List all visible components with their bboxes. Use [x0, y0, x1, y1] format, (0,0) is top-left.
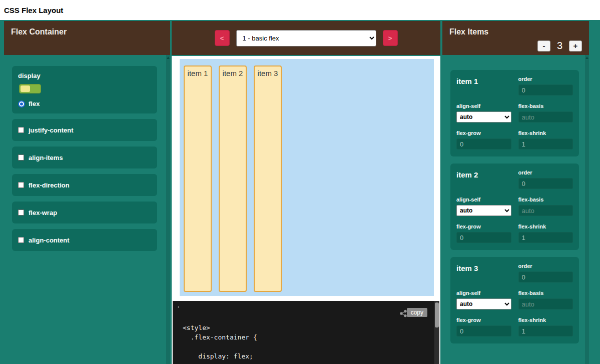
main-layout: Flex Container display flex justify-cont…: [0, 21, 600, 364]
item-2-order-input[interactable]: [518, 178, 573, 189]
item-2-flex-grow-input[interactable]: [456, 232, 511, 243]
next-example-button[interactable]: >: [383, 30, 398, 46]
item-2-flex-basis-input[interactable]: [518, 205, 573, 216]
code-line: display: flex;: [183, 352, 429, 361]
flex-direction-label: flex-direction: [29, 182, 70, 189]
item-1-order-field: order: [518, 76, 573, 96]
property-panel-flex-direction[interactable]: flex-direction: [12, 174, 157, 196]
item-1-flex-shrink-field: flex-shrink: [518, 130, 573, 150]
item-3-flex-grow-input[interactable]: [456, 326, 511, 336]
item-2-align-self-select[interactable]: auto: [456, 205, 511, 216]
item-2-flex-shrink-field: flex-shrink: [518, 224, 573, 243]
item-1-flex-basis-field: flex-basis: [518, 103, 573, 122]
flex-shrink-label: flex-shrink: [518, 224, 573, 230]
item-1-panel: item 1 order align-self auto flex-basis: [450, 70, 579, 156]
example-selector-header: < 1 - basic flex >: [172, 21, 440, 55]
property-panel-justify-content[interactable]: justify-content: [12, 119, 157, 141]
justify-content-checkbox[interactable]: [18, 127, 24, 133]
preview-item-1: item 1: [184, 66, 212, 292]
item-3-flex-shrink-input[interactable]: [518, 326, 573, 336]
flex-container-header: Flex Container: [4, 21, 170, 55]
share-icon[interactable]: [399, 310, 407, 318]
flex-items-list: item 1 order align-self auto flex-basis: [442, 55, 589, 344]
order-label: order: [518, 76, 573, 82]
property-panel-align-content[interactable]: align-content: [12, 229, 157, 251]
align-self-label: align-self: [456, 103, 511, 110]
item-1-name: item 1: [456, 77, 511, 86]
flex-basis-label: flex-basis: [518, 103, 573, 110]
flex-shrink-label: flex-shrink: [518, 130, 573, 136]
preview-item-3: item 3: [254, 66, 282, 292]
flex-basis-label: flex-basis: [518, 290, 573, 296]
increase-items-button[interactable]: +: [569, 40, 582, 52]
flex-grow-label: flex-grow: [456, 317, 511, 324]
property-panel-flex-wrap[interactable]: flex-wrap: [12, 202, 157, 224]
flex-container-column: Flex Container display flex justify-cont…: [4, 21, 170, 364]
copy-button[interactable]: copy: [407, 308, 427, 317]
item-count-controls: - 3 +: [537, 40, 582, 52]
radio-dot: [20, 102, 23, 106]
flex-items-column: Flex Items - 3 + item 1 order align-self: [442, 21, 589, 364]
code-line: [183, 342, 429, 352]
item-3-flex-shrink-field: flex-shrink: [518, 317, 573, 336]
display-toggle[interactable]: [19, 84, 41, 94]
preview-body: item 1 item 2 item 3 .: [172, 56, 440, 364]
item-3-align-self-select[interactable]: auto: [456, 298, 511, 310]
preview-item-2-label: item 2: [223, 69, 243, 78]
code-panel: . copy <style> .flex-container {: [173, 301, 439, 364]
item-3-flex-basis-input[interactable]: [518, 298, 573, 310]
property-panel-align-items[interactable]: align-items: [12, 146, 157, 168]
item-2-align-self-field: align-self auto: [456, 196, 511, 216]
item-2-flex-basis-field: flex-basis: [518, 196, 573, 216]
display-flex-radio-row: flex: [18, 100, 151, 108]
item-1-flex-grow-input[interactable]: [456, 138, 511, 150]
flex-container-preview: item 1 item 2 item 3: [180, 59, 434, 296]
item-1-order-input[interactable]: [518, 84, 573, 96]
item-1-flex-basis-input[interactable]: [518, 112, 573, 122]
item-3-order-field: order: [518, 263, 573, 282]
code-line: .flex-container {: [183, 332, 429, 342]
item-3-align-self-field: align-self auto: [456, 290, 511, 310]
flex-grow-label: flex-grow: [456, 224, 511, 230]
item-2-flex-grow-field: flex-grow: [456, 224, 511, 243]
align-items-checkbox[interactable]: [18, 154, 24, 160]
item-2-name: item 2: [456, 170, 511, 179]
example-select[interactable]: 1 - basic flex: [236, 30, 376, 46]
item-1-flex-shrink-input[interactable]: [518, 138, 573, 150]
scroll-up-icon: [167, 56, 170, 59]
code-stray-dot: .: [177, 302, 180, 309]
flex-items-scrollbar[interactable]: [585, 55, 589, 364]
item-count: 3: [557, 40, 562, 52]
align-self-label: align-self: [456, 290, 511, 296]
flex-container-title: Flex Container: [11, 28, 67, 36]
flex-container-scrollbar[interactable]: [166, 55, 170, 364]
preview-item-1-label: item 1: [188, 69, 208, 78]
scroll-up-icon: [585, 56, 588, 59]
item-3-order-input[interactable]: [518, 272, 573, 282]
item-2-flex-shrink-input[interactable]: [518, 232, 573, 243]
item-1-align-self-select[interactable]: auto: [456, 112, 511, 122]
decrease-items-button[interactable]: -: [537, 40, 550, 52]
flex-wrap-checkbox[interactable]: [18, 210, 24, 216]
display-control-panel: display flex: [12, 66, 157, 114]
flex-direction-checkbox[interactable]: [18, 182, 24, 188]
flex-shrink-label: flex-shrink: [518, 317, 573, 324]
code-line: <style>: [183, 323, 429, 332]
item-3-flex-basis-field: flex-basis: [518, 290, 573, 310]
align-items-label: align-items: [29, 154, 63, 162]
item-3-flex-grow-field: flex-grow: [456, 317, 511, 336]
display-label: display: [18, 72, 151, 80]
code-scrollbar[interactable]: [434, 301, 439, 364]
code-block: <style> .flex-container { display: flex;: [183, 323, 429, 361]
preview-column: < 1 - basic flex > item 1 item 2 item 3 …: [172, 21, 440, 364]
item-3-panel: item 3 order align-self auto flex-basis: [450, 257, 579, 344]
align-content-checkbox[interactable]: [18, 237, 24, 243]
display-toggle-knob: [21, 86, 30, 92]
prev-example-button[interactable]: <: [215, 30, 230, 46]
page-title: CSS Flex Layout: [4, 6, 63, 14]
align-self-label: align-self: [456, 196, 511, 203]
display-flex-radio[interactable]: [18, 100, 25, 108]
code-scrollbar-thumb[interactable]: [435, 302, 439, 328]
justify-content-label: justify-content: [29, 126, 74, 134]
item-2-order-field: order: [518, 170, 573, 189]
